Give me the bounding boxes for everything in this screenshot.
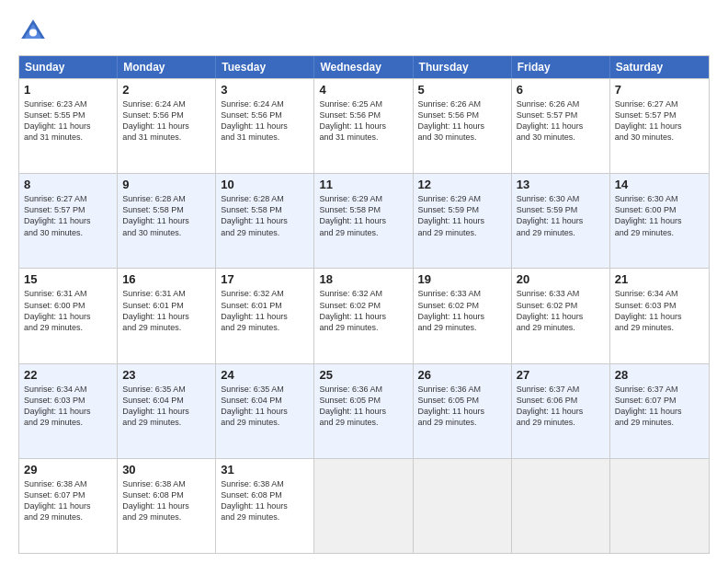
calendar-body: 1Sunrise: 6:23 AM Sunset: 5:55 PM Daylig… [19, 78, 709, 553]
day-info: Sunrise: 6:27 AM Sunset: 5:57 PM Dayligh… [615, 98, 704, 144]
calendar-cell: 16Sunrise: 6:31 AM Sunset: 6:01 PM Dayli… [118, 269, 216, 362]
day-number: 24 [221, 368, 309, 382]
day-number: 7 [615, 83, 704, 97]
day-info: Sunrise: 6:32 AM Sunset: 6:02 PM Dayligh… [319, 288, 407, 333]
calendar-cell: 22Sunrise: 6:34 AM Sunset: 6:03 PM Dayli… [19, 364, 118, 458]
day-number: 11 [319, 178, 407, 191]
calendar-cell: 5Sunrise: 6:26 AM Sunset: 5:56 PM Daylig… [414, 79, 512, 173]
svg-point-2 [29, 29, 37, 37]
calendar-cell: 14Sunrise: 6:30 AM Sunset: 6:00 PM Dayli… [610, 174, 709, 268]
day-info: Sunrise: 6:25 AM Sunset: 5:56 PM Dayligh… [319, 98, 407, 144]
day-number: 23 [122, 368, 210, 382]
calendar-cell: 15Sunrise: 6:31 AM Sunset: 6:00 PM Dayli… [19, 269, 118, 362]
day-info: Sunrise: 6:24 AM Sunset: 5:56 PM Dayligh… [221, 98, 309, 144]
day-info: Sunrise: 6:24 AM Sunset: 5:56 PM Dayligh… [122, 98, 210, 144]
day-number: 31 [221, 463, 309, 477]
day-info: Sunrise: 6:35 AM Sunset: 6:04 PM Dayligh… [221, 384, 309, 429]
cal-header-day: Tuesday [216, 56, 314, 78]
day-info: Sunrise: 6:34 AM Sunset: 6:03 PM Dayligh… [24, 384, 112, 429]
logo [18, 17, 51, 46]
day-info: Sunrise: 6:36 AM Sunset: 6:05 PM Dayligh… [418, 384, 506, 429]
calendar-cell: 7Sunrise: 6:27 AM Sunset: 5:57 PM Daylig… [610, 79, 709, 173]
day-number: 21 [615, 272, 704, 286]
day-info: Sunrise: 6:37 AM Sunset: 6:07 PM Dayligh… [615, 384, 704, 429]
day-info: Sunrise: 6:38 AM Sunset: 6:08 PM Dayligh… [221, 478, 309, 523]
calendar-cell: 19Sunrise: 6:33 AM Sunset: 6:02 PM Dayli… [414, 269, 512, 362]
calendar-cell [314, 459, 413, 553]
day-number: 6 [517, 83, 605, 97]
header [18, 17, 710, 46]
calendar-cell: 1Sunrise: 6:23 AM Sunset: 5:55 PM Daylig… [19, 79, 118, 173]
day-number: 14 [615, 178, 704, 191]
day-number: 5 [418, 83, 506, 97]
day-info: Sunrise: 6:29 AM Sunset: 5:59 PM Dayligh… [418, 193, 506, 238]
calendar-cell: 28Sunrise: 6:37 AM Sunset: 6:07 PM Dayli… [610, 364, 709, 458]
day-info: Sunrise: 6:26 AM Sunset: 5:56 PM Dayligh… [418, 98, 506, 144]
calendar-cell: 3Sunrise: 6:24 AM Sunset: 5:56 PM Daylig… [216, 79, 314, 173]
calendar-week: 15Sunrise: 6:31 AM Sunset: 6:00 PM Dayli… [19, 268, 709, 362]
calendar-cell: 11Sunrise: 6:29 AM Sunset: 5:58 PM Dayli… [314, 174, 413, 268]
calendar-week: 29Sunrise: 6:38 AM Sunset: 6:07 PM Dayli… [19, 458, 709, 553]
calendar-cell: 13Sunrise: 6:30 AM Sunset: 5:59 PM Dayli… [512, 174, 610, 268]
calendar-cell: 26Sunrise: 6:36 AM Sunset: 6:05 PM Dayli… [414, 364, 512, 458]
day-info: Sunrise: 6:28 AM Sunset: 5:58 PM Dayligh… [221, 193, 309, 238]
calendar-cell: 25Sunrise: 6:36 AM Sunset: 6:05 PM Dayli… [314, 364, 413, 458]
day-number: 27 [517, 368, 605, 382]
day-number: 13 [517, 178, 605, 191]
day-number: 26 [418, 368, 506, 382]
calendar-cell: 10Sunrise: 6:28 AM Sunset: 5:58 PM Dayli… [216, 174, 314, 268]
calendar-cell [414, 459, 512, 553]
day-number: 1 [24, 83, 112, 97]
day-info: Sunrise: 6:26 AM Sunset: 5:57 PM Dayligh… [517, 98, 605, 144]
day-number: 4 [319, 83, 407, 97]
day-number: 3 [221, 83, 309, 97]
day-number: 20 [517, 272, 605, 286]
day-info: Sunrise: 6:28 AM Sunset: 5:58 PM Dayligh… [122, 193, 210, 238]
day-info: Sunrise: 6:36 AM Sunset: 6:05 PM Dayligh… [319, 384, 407, 429]
day-info: Sunrise: 6:33 AM Sunset: 6:02 PM Dayligh… [418, 288, 506, 333]
day-number: 8 [24, 178, 112, 191]
cal-header-day: Thursday [414, 56, 512, 78]
day-info: Sunrise: 6:27 AM Sunset: 5:57 PM Dayligh… [24, 193, 112, 238]
day-number: 17 [221, 272, 309, 286]
calendar-cell: 8Sunrise: 6:27 AM Sunset: 5:57 PM Daylig… [19, 174, 118, 268]
calendar-cell [512, 459, 610, 553]
calendar-cell: 4Sunrise: 6:25 AM Sunset: 5:56 PM Daylig… [314, 79, 413, 173]
day-info: Sunrise: 6:31 AM Sunset: 6:01 PM Dayligh… [122, 288, 210, 333]
calendar-cell: 29Sunrise: 6:38 AM Sunset: 6:07 PM Dayli… [19, 459, 118, 553]
calendar-cell: 12Sunrise: 6:29 AM Sunset: 5:59 PM Dayli… [414, 174, 512, 268]
day-number: 12 [418, 178, 506, 191]
day-info: Sunrise: 6:30 AM Sunset: 6:00 PM Dayligh… [615, 193, 704, 238]
day-number: 15 [24, 272, 112, 286]
calendar-cell: 21Sunrise: 6:34 AM Sunset: 6:03 PM Dayli… [610, 269, 709, 362]
cal-header-day: Friday [512, 56, 610, 78]
day-info: Sunrise: 6:31 AM Sunset: 6:00 PM Dayligh… [24, 288, 112, 333]
calendar-cell: 2Sunrise: 6:24 AM Sunset: 5:56 PM Daylig… [118, 79, 216, 173]
day-number: 2 [122, 83, 210, 97]
day-number: 9 [122, 178, 210, 191]
calendar-cell: 6Sunrise: 6:26 AM Sunset: 5:57 PM Daylig… [512, 79, 610, 173]
calendar-cell: 30Sunrise: 6:38 AM Sunset: 6:08 PM Dayli… [118, 459, 216, 553]
calendar-cell: 17Sunrise: 6:32 AM Sunset: 6:01 PM Dayli… [216, 269, 314, 362]
calendar: SundayMondayTuesdayWednesdayThursdayFrid… [18, 55, 710, 554]
day-info: Sunrise: 6:35 AM Sunset: 6:04 PM Dayligh… [122, 384, 210, 429]
cal-header-day: Monday [118, 56, 216, 78]
calendar-cell [610, 459, 709, 553]
logo-icon [18, 17, 48, 46]
day-info: Sunrise: 6:32 AM Sunset: 6:01 PM Dayligh… [221, 288, 309, 333]
calendar-week: 1Sunrise: 6:23 AM Sunset: 5:55 PM Daylig… [19, 78, 709, 173]
cal-header-day: Wednesday [314, 56, 413, 78]
day-info: Sunrise: 6:29 AM Sunset: 5:58 PM Dayligh… [319, 193, 407, 238]
day-number: 16 [122, 272, 210, 286]
day-number: 19 [418, 272, 506, 286]
day-number: 10 [221, 178, 309, 191]
calendar-cell: 20Sunrise: 6:33 AM Sunset: 6:02 PM Dayli… [512, 269, 610, 362]
calendar-cell: 9Sunrise: 6:28 AM Sunset: 5:58 PM Daylig… [118, 174, 216, 268]
day-number: 29 [24, 463, 112, 477]
day-number: 25 [319, 368, 407, 382]
day-info: Sunrise: 6:34 AM Sunset: 6:03 PM Dayligh… [615, 288, 704, 333]
day-info: Sunrise: 6:37 AM Sunset: 6:06 PM Dayligh… [517, 384, 605, 429]
calendar-cell: 27Sunrise: 6:37 AM Sunset: 6:06 PM Dayli… [512, 364, 610, 458]
calendar-week: 22Sunrise: 6:34 AM Sunset: 6:03 PM Dayli… [19, 363, 709, 458]
cal-header-day: Saturday [610, 56, 709, 78]
